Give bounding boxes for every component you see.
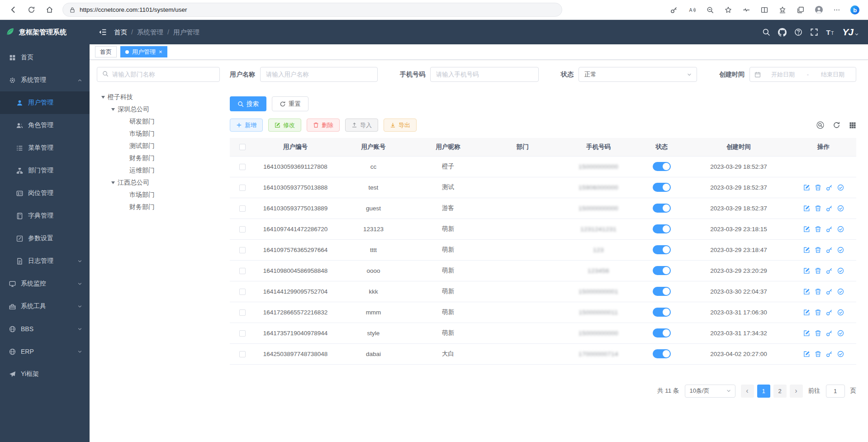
key-icon[interactable] — [666, 2, 682, 18]
sidebar-item-dept[interactable]: 部门管理 — [0, 159, 90, 182]
status-select[interactable]: 正常 — [579, 67, 697, 82]
export-button[interactable]: 导出 — [384, 119, 417, 132]
delete-icon[interactable] — [815, 247, 821, 253]
row-checkbox[interactable] — [239, 247, 246, 253]
browser-home-icon[interactable] — [42, 2, 57, 18]
edit-icon[interactable] — [803, 184, 810, 191]
address-bar[interactable]: https://ccnetcore.com:1101/system/user — [62, 3, 562, 17]
edit-icon[interactable] — [803, 205, 810, 212]
tree-node[interactable]: 研发部门 — [97, 115, 220, 128]
sidebar-item-yiframe[interactable]: Yi框架 — [0, 363, 90, 385]
status-toggle[interactable] — [653, 328, 671, 337]
status-toggle[interactable] — [653, 349, 671, 358]
delete-icon[interactable] — [815, 309, 821, 316]
lock-icon[interactable] — [69, 7, 76, 13]
tree-node[interactable]: 市场部门 — [97, 189, 220, 201]
row-checkbox[interactable] — [239, 205, 246, 212]
key-icon[interactable] — [826, 351, 833, 357]
sidebar-item-menu[interactable]: 菜单管理 — [0, 137, 90, 159]
key-icon[interactable] — [826, 205, 833, 212]
status-toggle[interactable] — [653, 308, 671, 317]
row-checkbox[interactable] — [239, 268, 246, 274]
toggle-search-icon[interactable] — [816, 121, 824, 129]
profile-avatar[interactable] — [811, 2, 826, 18]
edit-icon[interactable] — [803, 330, 810, 337]
import-button[interactable]: 导入 — [345, 119, 378, 132]
app-logo[interactable]: 意框架管理系统 — [0, 20, 90, 44]
row-checkbox[interactable] — [239, 226, 246, 233]
select-all-checkbox[interactable] — [239, 144, 246, 150]
edit-icon[interactable] — [803, 247, 810, 253]
tree-node[interactable]: 深圳总公司 — [97, 103, 220, 115]
key-icon[interactable] — [826, 267, 833, 274]
tree-node[interactable]: 测试部门 — [97, 140, 220, 152]
status-toggle[interactable] — [653, 266, 671, 275]
search-icon[interactable] — [762, 28, 770, 36]
tree-node[interactable]: 财务部门 — [97, 152, 220, 164]
page-button-1[interactable]: 1 — [757, 385, 770, 398]
delete-icon[interactable] — [815, 288, 821, 295]
sidebar-item-monitor[interactable]: 系统监控 — [0, 272, 90, 295]
delete-button[interactable]: 删除 — [307, 119, 340, 132]
status-toggle[interactable] — [653, 183, 671, 192]
check-circle-icon[interactable] — [837, 247, 844, 253]
tree-node[interactable]: 市场部门 — [97, 128, 220, 140]
sidebar-item-config[interactable]: 参数设置 — [0, 227, 90, 250]
sidebar-item-tools[interactable]: 系统工具 — [0, 295, 90, 318]
back-icon[interactable] — [5, 2, 21, 18]
add-button[interactable]: 新增 — [230, 119, 263, 132]
next-page-button[interactable]: › — [790, 385, 803, 398]
status-toggle[interactable] — [653, 245, 671, 254]
tab-首页[interactable]: 首页 — [95, 46, 117, 57]
sidebar-item-home[interactable]: 首页 — [0, 46, 90, 69]
check-circle-icon[interactable] — [837, 288, 844, 295]
delete-icon[interactable] — [815, 351, 821, 357]
user-avatar-logo[interactable]: YJ — [842, 27, 859, 38]
sidebar-item-erp[interactable]: ERP — [0, 340, 90, 363]
column-settings-icon[interactable] — [849, 122, 856, 129]
sidebar-item-log[interactable]: 日志管理 — [0, 250, 90, 272]
key-icon[interactable] — [826, 247, 833, 253]
more-options-icon[interactable] — [829, 2, 844, 18]
row-checkbox[interactable] — [239, 164, 246, 170]
tree-node[interactable]: 财务部门 — [97, 201, 220, 213]
key-icon[interactable] — [826, 288, 833, 295]
check-circle-icon[interactable] — [837, 351, 844, 357]
goto-page-input[interactable] — [826, 385, 845, 398]
caret-down-icon[interactable] — [111, 181, 115, 186]
row-checkbox[interactable] — [239, 351, 246, 357]
split-screen-icon[interactable] — [757, 2, 772, 18]
breadcrumb-item[interactable]: 用户管理 — [173, 28, 199, 37]
reset-button[interactable]: 重置 — [272, 96, 308, 111]
edit-icon[interactable] — [803, 309, 810, 316]
edit-icon[interactable] — [803, 267, 810, 274]
row-checkbox[interactable] — [239, 330, 246, 337]
github-icon[interactable] — [778, 28, 787, 37]
status-toggle[interactable] — [653, 204, 671, 213]
breadcrumb-item[interactable]: 系统管理 — [137, 28, 163, 37]
copilot-icon[interactable]: b — [847, 2, 863, 18]
tree-node[interactable]: 运维部门 — [97, 164, 220, 176]
sidebar-item-dict[interactable]: 字典管理 — [0, 204, 90, 227]
delete-icon[interactable] — [815, 267, 821, 274]
key-icon[interactable] — [826, 184, 833, 191]
row-checkbox[interactable] — [239, 185, 246, 191]
key-icon[interactable] — [826, 330, 833, 337]
close-icon[interactable]: × — [159, 49, 162, 55]
tree-node[interactable]: 江西总公司 — [97, 176, 220, 189]
prev-page-button[interactable]: ‹ — [741, 385, 754, 398]
check-circle-icon[interactable] — [837, 184, 844, 191]
page-button-2[interactable]: 2 — [773, 385, 787, 398]
check-circle-icon[interactable] — [837, 226, 844, 233]
caret-down-icon[interactable] — [101, 96, 105, 100]
page-size-select[interactable]: 10条/页 — [685, 385, 735, 398]
breadcrumb-item[interactable]: 首页 — [114, 28, 127, 37]
refresh-icon[interactable] — [833, 121, 840, 129]
sidebar-item-bbs[interactable]: BBS — [0, 318, 90, 340]
row-checkbox[interactable] — [239, 309, 246, 316]
status-toggle[interactable] — [653, 162, 671, 171]
status-toggle[interactable] — [653, 224, 671, 233]
zoom-out-icon[interactable] — [702, 2, 718, 18]
edit-icon[interactable] — [803, 351, 810, 357]
check-circle-icon[interactable] — [837, 267, 844, 274]
